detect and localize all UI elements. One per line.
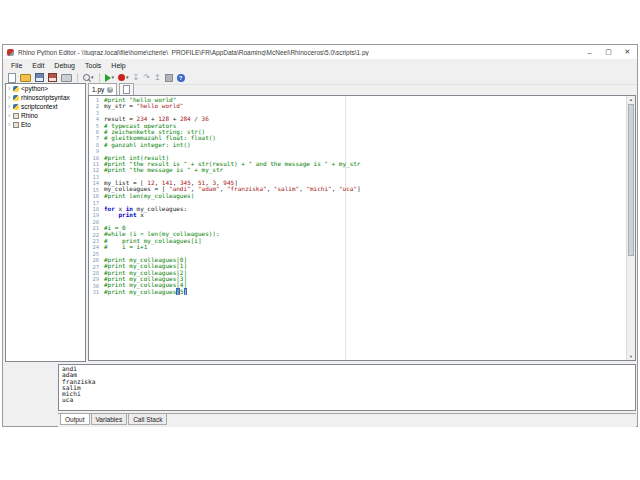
window-controls: – ▢ ✕ <box>580 45 637 59</box>
code-editor[interactable]: 1234567891011121314151617181920212223242… <box>88 95 636 361</box>
rhino-python-editor-window: Rhino Python Editor - \\tugraz.local\fil… <box>2 44 638 427</box>
tab-output[interactable]: Output <box>60 414 90 425</box>
step-into-icon: ↧ <box>133 74 140 82</box>
tree-item-label: <python> <box>21 85 48 92</box>
menu-item-help[interactable]: Help <box>106 62 130 69</box>
save-icon <box>35 73 44 82</box>
tab-1py[interactable]: 1.py ✕ <box>88 83 117 95</box>
line-number[interactable]: 31 <box>89 289 99 295</box>
tree-item-label: Eto <box>21 121 31 128</box>
tree-item-scriptcontext[interactable]: ›scriptcontext <box>6 102 85 111</box>
search-icon <box>83 74 90 81</box>
menubar: FileEditDebugToolsHelp <box>3 59 637 71</box>
python-icon <box>13 86 19 92</box>
bottom-tabbar: OutputVariablesCall Stack <box>58 413 636 427</box>
chevron-down-icon[interactable]: ▾ <box>112 75 115 80</box>
menu-item-debug[interactable]: Debug <box>49 62 80 69</box>
chevron-down-icon[interactable]: ▾ <box>126 75 129 80</box>
tree-item-rhino[interactable]: ›Rhino <box>6 111 85 120</box>
tree-item-label: rhinoscriptsyntax <box>21 94 70 101</box>
line-number-gutter[interactable]: 1234567891011121314151617181920212223242… <box>89 97 101 296</box>
scroll-down-icon[interactable]: ▼ <box>627 353 635 360</box>
menu-item-tools[interactable]: Tools <box>80 62 106 69</box>
new-file-icon <box>8 73 16 83</box>
python-icon <box>13 95 19 101</box>
close-button[interactable]: ✕ <box>618 45 637 59</box>
print-button[interactable] <box>59 72 74 83</box>
step-over-icon: ↷ <box>143 74 150 82</box>
tree-item-python[interactable]: ›<python> <box>6 84 85 93</box>
scroll-up-icon[interactable]: ▲ <box>627 96 635 103</box>
save-all-button[interactable] <box>46 72 59 83</box>
save-button[interactable] <box>33 72 46 83</box>
tab-variables[interactable]: Variables <box>91 414 128 425</box>
editor-tabbar: 1.py ✕ <box>88 82 634 95</box>
chevron-down-icon[interactable]: ▾ <box>91 75 94 80</box>
toolbar-separator <box>77 73 78 82</box>
tree-item-rhinoscriptsyntax[interactable]: ›rhinoscriptsyntax <box>6 93 85 102</box>
print-icon <box>61 74 72 82</box>
app-icon <box>7 49 14 56</box>
titlebar: Rhino Python Editor - \\tugraz.local\fil… <box>3 45 637 59</box>
assembly-icon <box>13 122 19 128</box>
open-button[interactable] <box>18 72 33 83</box>
assembly-icon <box>13 113 19 119</box>
new-file-button[interactable] <box>6 72 18 83</box>
help-icon: ? <box>177 74 185 82</box>
tab-close-icon[interactable]: ✕ <box>107 87 113 93</box>
new-file-icon <box>123 85 130 94</box>
open-folder-icon <box>20 74 31 82</box>
window-title: Rhino Python Editor - \\tugraz.local\fil… <box>18 49 369 56</box>
tab-label: 1.py <box>92 86 104 93</box>
module-tree-panel[interactable]: ›<python>›rhinoscriptsyntax›scriptcontex… <box>5 83 86 362</box>
tree-item-eto[interactable]: ›Eto <box>6 120 85 129</box>
menu-item-edit[interactable]: Edit <box>27 62 49 69</box>
new-tab-button[interactable] <box>119 83 134 95</box>
run-icon <box>105 74 111 82</box>
tree-item-label: scriptcontext <box>21 103 58 110</box>
step-out-icon: ↥ <box>154 74 161 82</box>
output-panel[interactable]: andiadamfranziskasalimmichiuca <box>58 364 636 411</box>
code-line[interactable]: #print my_colleagues[5] <box>104 289 626 295</box>
minimize-button[interactable]: – <box>580 45 599 59</box>
toolbar-separator <box>99 73 100 82</box>
save-all-icon <box>48 73 57 82</box>
menu-item-file[interactable]: File <box>6 62 27 69</box>
output-line: uca <box>62 397 635 403</box>
tree-item-label: Rhino <box>21 112 38 119</box>
code-area[interactable]: #print "hello world"my_str = "hello worl… <box>104 97 626 295</box>
scrollbar-thumb[interactable] <box>628 104 634 256</box>
stop-icon <box>165 74 173 82</box>
tab-call-stack[interactable]: Call Stack <box>128 414 167 425</box>
breakpoint-icon <box>118 74 125 81</box>
python-icon <box>13 104 19 110</box>
maximize-button[interactable]: ▢ <box>599 45 618 59</box>
editor-scrollbar[interactable]: ▲ ▼ <box>626 96 635 360</box>
